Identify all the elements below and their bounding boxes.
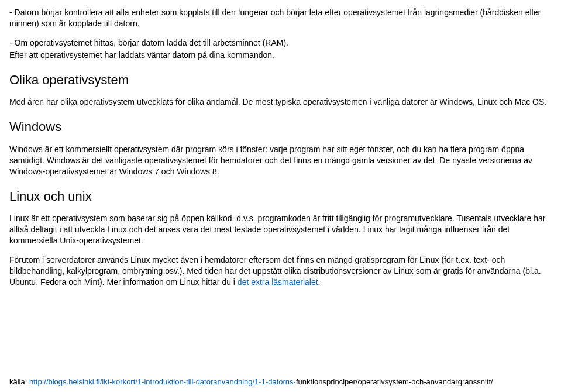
- linux-p2-text-after: .: [318, 277, 321, 287]
- heading-linux-unix: Linux och unix: [9, 188, 552, 205]
- intro-line-2: - Om operativsystemet hittas, börjar dat…: [9, 37, 552, 49]
- heading-olika-operativsystem: Olika operativsystem: [9, 71, 552, 89]
- intro-line-3: Efter att operativsystemet har laddats v…: [9, 50, 552, 61]
- extra-reading-link[interactable]: det extra läsmaterialet: [238, 277, 318, 287]
- intro-line-1: - Datorn börjar kontrollera att alla enh…: [9, 7, 552, 29]
- heading-windows: Windows: [9, 118, 552, 136]
- linux-paragraph-2: Förutom i serverdatorer används Linux my…: [9, 255, 552, 288]
- windows-paragraph: Windows är ett kommersiellt operativsyst…: [9, 144, 552, 177]
- linux-paragraph-1: Linux är ett operativsystem som baserar …: [9, 213, 552, 246]
- olika-paragraph: Med åren har olika operativsystem utveck…: [9, 97, 552, 108]
